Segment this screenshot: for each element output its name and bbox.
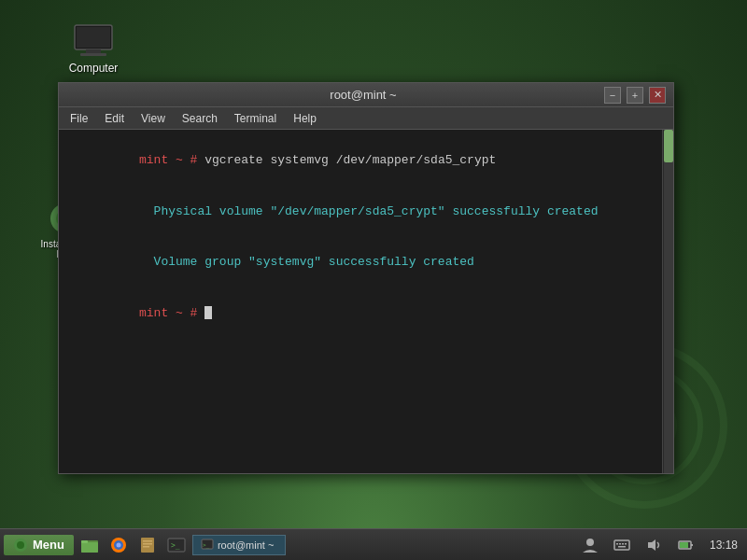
taskbar-volume-icon[interactable] xyxy=(641,532,667,558)
cursor xyxy=(204,306,212,319)
terminal-window: root@mint ~ − + ✕ File Edit View Search … xyxy=(58,82,674,474)
prompt-1: mint ~ # xyxy=(139,153,204,167)
menu-file[interactable]: File xyxy=(63,110,95,127)
maximize-button[interactable]: + xyxy=(627,87,643,104)
svg-marker-34 xyxy=(648,539,655,551)
terminal-scrollbar[interactable] xyxy=(662,130,673,473)
svg-rect-28 xyxy=(614,540,629,550)
terminal-icon: >_ xyxy=(167,536,186,554)
power-icon xyxy=(677,537,694,553)
terminal-titlebar: root@mint ~ − + ✕ xyxy=(59,83,673,107)
menu-terminal[interactable]: Terminal xyxy=(227,110,284,127)
scrollbar-track xyxy=(664,130,673,473)
menu-help[interactable]: Help xyxy=(286,110,324,127)
files-icon xyxy=(138,536,157,554)
taskbar-user-icon[interactable] xyxy=(577,532,603,558)
mint-logo-icon xyxy=(13,538,28,553)
terminal-title: root@mint ~ xyxy=(122,88,604,102)
taskbar-systray: 13:18 xyxy=(577,532,743,558)
svg-rect-20 xyxy=(143,540,152,542)
svg-rect-15 xyxy=(81,540,88,543)
terminal-line-1: mint ~ # vgcreate systemvg /dev/mapper/s… xyxy=(66,135,649,187)
svg-text:>_: >_ xyxy=(203,541,210,549)
terminal-content[interactable]: mint ~ # vgcreate systemvg /dev/mapper/s… xyxy=(59,130,662,473)
menu-label: Menu xyxy=(33,538,64,552)
svg-rect-37 xyxy=(680,542,688,548)
svg-rect-33 xyxy=(618,546,626,548)
taskbar-icon-files[interactable] xyxy=(134,532,161,558)
taskbar-clock: 13:18 xyxy=(704,539,743,552)
cmd-1: vgcreate systemvg /dev/mapper/sda5_crypt xyxy=(204,153,496,167)
taskbar-icon-filemgr[interactable] xyxy=(77,532,103,558)
active-app-label: root@mint ~ xyxy=(218,539,274,551)
svg-rect-14 xyxy=(81,542,98,553)
svg-text:>_: >_ xyxy=(171,541,180,550)
scrollbar-thumb[interactable] xyxy=(664,130,673,162)
terminal-line-4: mint ~ # xyxy=(66,288,649,340)
taskbar-power-icon[interactable] xyxy=(672,532,698,558)
desktop: Computer m Install Linux Mint m root@min… xyxy=(0,0,747,560)
output-2: Volume group "systemvg" successfully cre… xyxy=(139,255,474,269)
svg-rect-30 xyxy=(619,543,621,545)
desktop-icon-computer[interactable]: Computer xyxy=(56,19,131,78)
svg-rect-2 xyxy=(86,49,101,53)
taskbar-active-app[interactable]: >_ root@mint ~ xyxy=(192,535,286,555)
minimize-button[interactable]: − xyxy=(604,87,621,104)
svg-rect-19 xyxy=(141,538,154,553)
svg-rect-21 xyxy=(143,543,152,545)
terminal-line-3: Volume group "systemvg" successfully cre… xyxy=(66,237,649,288)
svg-rect-22 xyxy=(143,546,149,548)
output-1: Physical volume "/dev/mapper/sda5_crypt"… xyxy=(139,204,598,218)
computer-icon-label: Computer xyxy=(69,62,119,75)
svg-rect-29 xyxy=(616,543,618,545)
terminal-line-2: Physical volume "/dev/mapper/sda5_crypt"… xyxy=(66,187,649,238)
svg-point-12 xyxy=(17,541,24,549)
svg-rect-3 xyxy=(80,53,106,56)
taskbar-app-icon: >_ xyxy=(201,539,214,552)
window-controls: − + ✕ xyxy=(604,87,666,104)
user-icon xyxy=(582,537,599,553)
volume-icon xyxy=(645,537,662,553)
close-button[interactable]: ✕ xyxy=(649,87,666,104)
taskbar-icon-firefox[interactable] xyxy=(106,532,132,558)
svg-point-18 xyxy=(116,542,120,547)
svg-point-27 xyxy=(586,539,594,546)
menu-view[interactable]: View xyxy=(134,110,173,127)
taskbar-icon-terminal[interactable]: >_ xyxy=(163,532,190,558)
folder-icon xyxy=(80,536,99,554)
svg-rect-36 xyxy=(691,544,693,546)
svg-rect-1 xyxy=(77,27,110,48)
taskbar-keyboard-icon[interactable] xyxy=(609,532,635,558)
menu-edit[interactable]: Edit xyxy=(97,110,132,127)
taskbar-menu-button[interactable]: Menu xyxy=(4,535,74,555)
taskbar: Menu xyxy=(0,528,747,560)
computer-icon xyxy=(71,22,116,60)
menu-search[interactable]: Search xyxy=(175,110,225,127)
terminal-menubar: File Edit View Search Terminal Help xyxy=(59,107,673,130)
prompt-2: mint ~ # xyxy=(139,306,204,320)
svg-rect-31 xyxy=(622,543,624,545)
svg-rect-32 xyxy=(625,543,627,545)
firefox-icon xyxy=(109,536,128,554)
keyboard-icon xyxy=(613,537,630,553)
